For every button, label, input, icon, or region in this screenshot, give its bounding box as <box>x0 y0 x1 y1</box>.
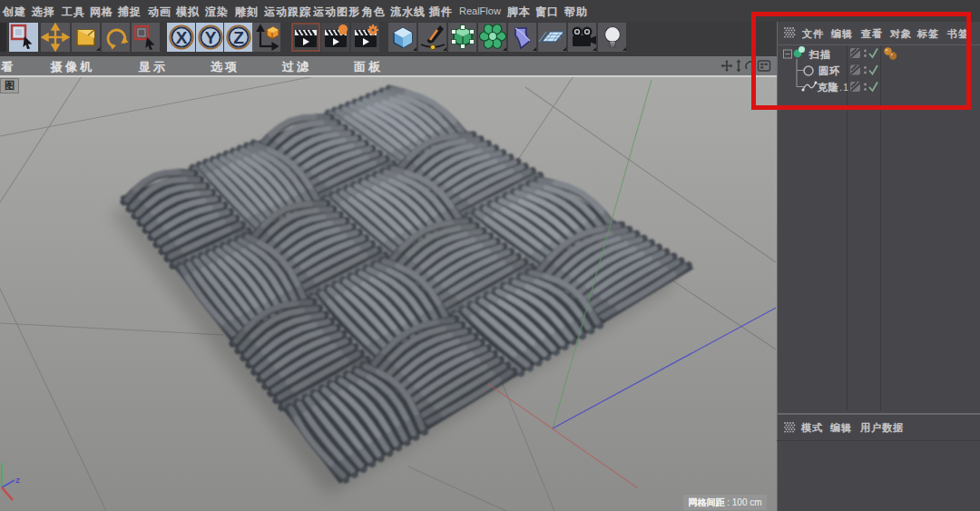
svg-text:Z: Z <box>15 477 20 485</box>
svg-text:X: X <box>176 28 188 47</box>
svg-text:Z: Z <box>233 28 244 47</box>
svg-text:Y: Y <box>204 28 216 47</box>
